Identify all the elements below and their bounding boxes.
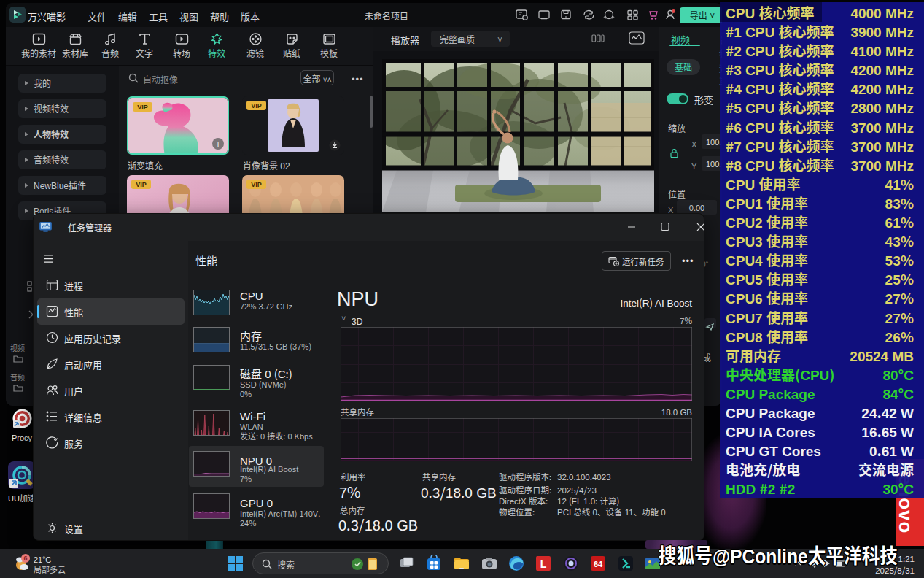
svg-text:L: L	[540, 558, 547, 570]
svg-text:64: 64	[594, 560, 603, 569]
svg-text:6: 6	[23, 553, 27, 563]
